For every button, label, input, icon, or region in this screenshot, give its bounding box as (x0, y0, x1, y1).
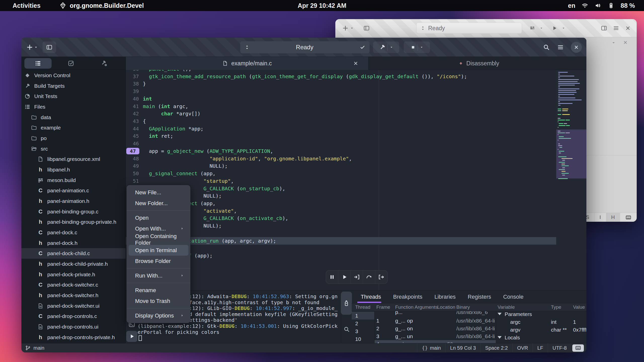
menu-item-rename[interactable]: Rename (129, 285, 188, 296)
cursor-position-indicator[interactable]: Ln 59 Col 3 (445, 343, 480, 352)
chevron-down-icon[interactable] (561, 26, 566, 30)
file-tree-item[interactable]: panel-drop-controls.ui (21, 322, 126, 332)
code-line[interactable]: 43{ (126, 117, 556, 125)
system-status-area[interactable]: en 88 % (568, 0, 635, 11)
menu-item-open[interactable]: Open (129, 212, 188, 223)
file-tree-item[interactable]: hpanel-dock.h (21, 238, 126, 248)
step-in-button[interactable] (350, 270, 363, 284)
continue-button[interactable] (338, 270, 350, 284)
sidebar-section-version-control[interactable]: Version Control (21, 70, 126, 81)
file-tree-item[interactable]: Cpanel-dock-child.c (21, 248, 126, 259)
file-tree-item[interactable]: meson.build (21, 175, 126, 186)
backdrop-omnibar[interactable]: Ready (416, 23, 522, 34)
debugger-tab-libraries[interactable]: Libraries (434, 294, 456, 300)
menu-item-open-with[interactable]: Open With... (129, 223, 188, 234)
run-output-page-button[interactable] (126, 331, 137, 342)
new-tab-icon[interactable] (342, 25, 349, 32)
file-tree-item[interactable]: src (21, 144, 126, 154)
sidebar-section-files[interactable]: Files (21, 102, 126, 112)
variable-row[interactable]: argcint1 (496, 318, 586, 326)
menu-item-open-containing-folder[interactable]: Open Containing Folder (129, 234, 188, 245)
code-editor[interactable]: 36 panel_init ();37 gtk_icon_theme_add_r… (126, 70, 586, 290)
file-tree-item[interactable]: hpanel-dock-child-private.h (21, 259, 126, 269)
variable-group-row[interactable]: Locals (496, 334, 586, 341)
toggle-right-panel-icon[interactable] (600, 25, 608, 32)
file-tree-item[interactable]: hpanel-drop-controls-private.h (21, 332, 126, 343)
stack-frame-row[interactable]: 3g_... un/usr/lib/x86_64-li (375, 332, 496, 340)
code-line[interactable]: 44 GApplication *app; (126, 125, 556, 132)
sidebar-section-unit-tests[interactable]: Unit Tests (21, 91, 126, 102)
expander-icon[interactable] (498, 313, 502, 315)
menu-icon[interactable] (613, 25, 620, 32)
current-function-indicator[interactable]: {} main (417, 343, 445, 352)
search-icon[interactable] (543, 43, 550, 51)
debugger-tab-breakpoints[interactable]: Breakpoints (393, 294, 422, 300)
variable-group-row[interactable]: Parameters (496, 311, 586, 318)
file-tree-item[interactable]: Cpanel-drop-controls.c (21, 311, 126, 322)
close-button[interactable] (571, 42, 582, 53)
expander-icon[interactable] (498, 336, 502, 339)
debugger-tab-registers[interactable]: Registers (468, 294, 491, 300)
file-tree-item[interactable]: Cpanel-animation.c (21, 185, 126, 196)
new-document-split-button[interactable] (26, 41, 38, 53)
debugger-tab-threads[interactable]: Threads (361, 294, 381, 300)
menu-item-new-folder[interactable]: New Folder... (129, 198, 188, 209)
code-line[interactable]: 47 app = g_object_new (ADW_TYPE_APPLICAT… (126, 147, 556, 155)
pause-button[interactable] (326, 270, 338, 284)
step-over-button[interactable] (363, 270, 375, 284)
file-tree-item[interactable]: hpanel-dock-switcher.h (21, 290, 126, 301)
stack-frame-row[interactable]: p.../usr/lib/x86_6 (375, 311, 496, 316)
breakpoint-line-number[interactable]: 47 (126, 148, 139, 154)
sidebar-tab-build-issues[interactable] (87, 57, 120, 70)
stack-frame-row[interactable]: 2g_... on/usr/lib/x86_64-li (375, 325, 496, 332)
minimap[interactable] (556, 70, 586, 180)
menu-item-new-file[interactable]: New File... (129, 187, 188, 198)
tab-disassembly[interactable]: Disassembly (371, 57, 586, 70)
file-tree-item[interactable]: hlibpanel.h (21, 164, 126, 175)
file-tree-item[interactable]: panel-dock-switcher.ui (21, 301, 126, 311)
debugger-page-button[interactable] (341, 292, 352, 315)
file-tree-item[interactable]: hpanel-binding-group-private.h (21, 217, 126, 227)
stack-frame-row[interactable]: 1g_... op/usr/lib/x86_64-li (375, 317, 496, 325)
menu-item-browse-folder[interactable]: Browse Folder (129, 256, 188, 266)
chevron-down-icon[interactable] (539, 26, 544, 30)
toggle-left-panel-icon[interactable] (363, 25, 370, 32)
step-out-button[interactable] (375, 270, 387, 284)
close-tab-icon[interactable] (353, 60, 359, 66)
file-tree-item[interactable]: data (21, 112, 126, 123)
branch-indicator[interactable]: main (21, 345, 417, 351)
thread-row[interactable]: 2 (352, 320, 374, 327)
code-line[interactable]: 38} (126, 80, 556, 87)
backdrop-frame-controls[interactable] (611, 40, 628, 46)
menu-item-move-to-trash[interactable]: Move to Trash (129, 296, 188, 306)
code-line[interactable]: 36 panel_init (); (126, 70, 556, 73)
minimap-viewport[interactable] (556, 129, 586, 178)
code-line[interactable]: 45 int ret; (126, 132, 556, 140)
file-tree-item[interactable]: Cpanel-dock-switcher.c (21, 280, 126, 290)
sidebar-tab-files[interactable] (21, 57, 54, 70)
stop-split-button[interactable] (404, 41, 430, 53)
indent-indicator[interactable]: I (594, 213, 606, 222)
thread-row[interactable]: 10 (352, 335, 374, 343)
omnibar[interactable]: Ready (240, 41, 370, 53)
search-icon[interactable] (343, 326, 350, 333)
file-tree-item[interactable]: po (21, 133, 126, 144)
stack-frame-row[interactable]: 4main....c:59 (375, 340, 496, 343)
thread-row[interactable]: 1 (352, 312, 374, 320)
menu-item-display-options[interactable]: Display Options (129, 310, 188, 321)
code-line[interactable]: 51 "startup", (126, 177, 556, 185)
build-icon[interactable] (529, 25, 536, 31)
file-tree-item[interactable]: libpanel.gresource.xml (21, 154, 126, 164)
run-icon[interactable] (551, 25, 558, 31)
code-line[interactable]: 48 "application-id", "org.gnome.libpanel… (126, 155, 556, 162)
code-line[interactable]: 46 (126, 140, 556, 147)
menu-icon[interactable] (557, 43, 564, 51)
code-line[interactable]: 41main (int argc, (126, 103, 556, 110)
indentation-indicator[interactable]: Space 2:2 (480, 343, 512, 352)
file-tree-item[interactable]: hpanel-dock-private.h (21, 269, 126, 280)
chevron-down-icon[interactable] (349, 26, 354, 31)
code-line[interactable]: 42 char *argv[]) (126, 110, 556, 117)
thread-row[interactable]: 3 (352, 327, 374, 335)
keyboard-toggle-button[interactable] (572, 344, 584, 352)
encoding-indicator[interactable]: UTF-8 (548, 343, 571, 352)
